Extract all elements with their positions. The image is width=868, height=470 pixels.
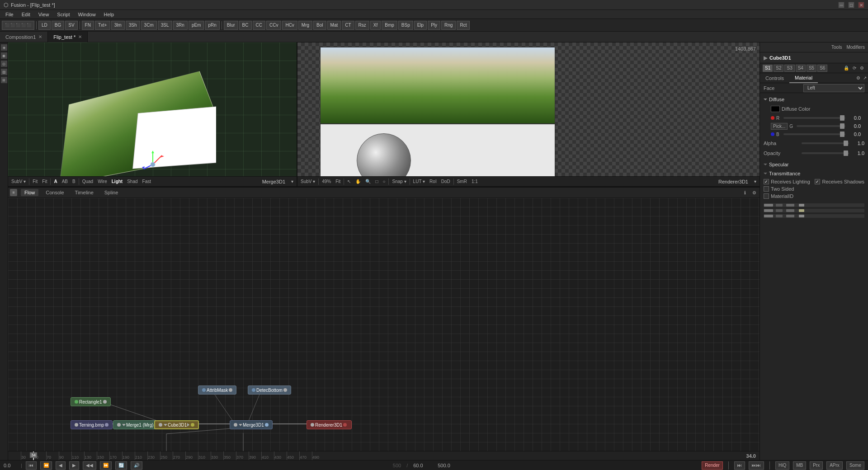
tab-flow[interactable]: Flow bbox=[21, 189, 38, 196]
vpr-lut[interactable]: LUT ▾ bbox=[412, 179, 427, 184]
pb-prev-frame[interactable]: ⏪ bbox=[40, 461, 52, 470]
vp-a[interactable]: A bbox=[52, 179, 58, 184]
tab-flip-close[interactable]: ✕ bbox=[78, 34, 82, 39]
toolbar-ct[interactable]: CT bbox=[342, 21, 354, 30]
toolbar-3sh[interactable]: 3Sh bbox=[126, 21, 140, 30]
tab-flip-test[interactable]: Flip_test * ✕ bbox=[48, 32, 88, 42]
pb-skip-start[interactable]: ⏮ bbox=[26, 461, 37, 470]
vpr-smr[interactable]: SmR bbox=[456, 179, 468, 184]
vpr-zoom[interactable]: 🔍 bbox=[364, 179, 372, 184]
toolbar-ply[interactable]: Ply bbox=[428, 21, 440, 30]
toolbar-xf[interactable]: Xf bbox=[370, 21, 381, 30]
vp-wire[interactable]: Wire bbox=[96, 179, 108, 184]
material-id-checkbox[interactable] bbox=[764, 193, 769, 199]
node-detecbottom[interactable]: DetecBottom bbox=[248, 385, 291, 395]
shader-s2[interactable]: S2 bbox=[774, 65, 783, 72]
toolbar-rct[interactable]: Rct bbox=[457, 21, 470, 30]
node-renderer3d1[interactable]: Renderer3D1 bbox=[307, 420, 352, 429]
node-area[interactable]: AttribMask DetecBottom Rectangle1 bbox=[8, 198, 760, 451]
panel-tab-settings[interactable]: ⚙ bbox=[855, 75, 862, 81]
toolbar-3rn[interactable]: 3Rn bbox=[173, 21, 188, 30]
sidebar-icon-1[interactable]: ◈ bbox=[1, 44, 7, 51]
section-specular-header[interactable]: Specular bbox=[762, 160, 866, 169]
toolbar-icons[interactable]: ⬛ ⬛ ⬛ ⬛ ⬛ bbox=[2, 21, 34, 30]
toolbar-mrg[interactable]: Mrg bbox=[298, 21, 312, 30]
menu-script[interactable]: Script bbox=[53, 11, 73, 18]
panel-tab-expand[interactable]: ↗ bbox=[862, 75, 868, 81]
vpr-fit[interactable]: Fit bbox=[334, 179, 342, 184]
toolbar-3cm[interactable]: 3Cm bbox=[141, 21, 157, 30]
pb-aprx[interactable]: APrx bbox=[826, 461, 843, 470]
toolbar-bmp[interactable]: Bmp bbox=[382, 21, 397, 30]
pb-skip-jump[interactable]: ⏭⏭ bbox=[749, 461, 764, 470]
menu-window[interactable]: Window bbox=[74, 11, 99, 18]
two-sided-checkbox[interactable] bbox=[764, 186, 769, 192]
toolbar-bol[interactable]: Bol bbox=[313, 21, 326, 30]
pb-step-back[interactable]: ◀ bbox=[56, 461, 66, 470]
toolbar-bc[interactable]: BC bbox=[239, 21, 252, 30]
vpr-expand[interactable]: ▾ bbox=[753, 179, 758, 184]
sidebar-icon-3[interactable]: ◎ bbox=[1, 61, 7, 67]
tab-console[interactable]: Console bbox=[42, 189, 67, 196]
vpr-dod[interactable]: DoD bbox=[440, 179, 452, 184]
menu-file[interactable]: File bbox=[2, 11, 17, 18]
toolbar-sv[interactable]: SV bbox=[65, 21, 77, 30]
vpr-pointer[interactable]: ↖ bbox=[346, 179, 352, 184]
viewport-left-3d[interactable]: Perspective SubV ▾ Fit Fit A AB B Quad W… bbox=[8, 42, 297, 186]
vp-fast[interactable]: Fast bbox=[141, 179, 152, 184]
shader-s4[interactable]: S4 bbox=[796, 65, 806, 72]
node-terning1[interactable]: Terning.bmp bbox=[71, 420, 113, 429]
pb-play-reverse[interactable]: ◀◀ bbox=[83, 461, 96, 470]
g-slider[interactable] bbox=[797, 125, 845, 127]
sidebar-icon-2[interactable]: ◉ bbox=[1, 52, 7, 59]
vpr-1-1[interactable]: 1:1 bbox=[470, 179, 479, 184]
pb-loop[interactable]: 🔄 bbox=[115, 461, 127, 470]
vp-fit2[interactable]: Fit bbox=[41, 179, 48, 184]
toolbar-3lm[interactable]: 3lm bbox=[111, 21, 125, 30]
toolbar-rng[interactable]: Rng bbox=[441, 21, 456, 30]
pb-prx[interactable]: Prx bbox=[810, 461, 823, 470]
vp-subv[interactable]: SubV ▾ bbox=[10, 179, 27, 184]
receives-lighting-checkbox[interactable]: ✓ bbox=[764, 179, 769, 184]
vp-shad[interactable]: Shad bbox=[126, 179, 139, 184]
toolbar-3sl[interactable]: 3SL bbox=[158, 21, 172, 30]
vpr-subv[interactable]: SubV ▾ bbox=[299, 179, 316, 184]
panel-tab-controls[interactable]: Controls bbox=[760, 73, 789, 83]
toolbar-elp[interactable]: Elp bbox=[414, 21, 427, 30]
toolbar-hcv[interactable]: HCv bbox=[282, 21, 297, 30]
pb-play[interactable]: ▶ bbox=[69, 461, 79, 470]
section-transmittance-header[interactable]: Transmittance bbox=[762, 169, 866, 178]
toolbar-blur[interactable]: Blur bbox=[224, 21, 238, 30]
viewport-right-render[interactable]: 1403,867 513,213 SubV ▾ 49% Fit ↖ ✋ 🔍 □ … bbox=[297, 42, 760, 186]
toolbar-bg[interactable]: BG bbox=[52, 21, 64, 30]
toolbar-fn[interactable]: FN bbox=[82, 21, 94, 30]
pick-button[interactable]: Pick... bbox=[771, 123, 788, 130]
pb-mb[interactable]: MB bbox=[793, 461, 806, 470]
toolbar-rsz[interactable]: Rsz bbox=[355, 21, 369, 30]
shader-s5[interactable]: S5 bbox=[807, 65, 816, 72]
toolbar-ld[interactable]: LD bbox=[38, 21, 51, 30]
tab-timeline[interactable]: Timeline bbox=[71, 189, 97, 196]
receives-shadows-checkbox[interactable]: ✓ bbox=[815, 179, 820, 184]
section-diffuse-header[interactable]: Diffuse bbox=[762, 95, 866, 104]
panel-modifiers-btn[interactable]: Modifiers bbox=[845, 44, 866, 50]
alpha-slider[interactable] bbox=[802, 142, 849, 144]
opacity-slider[interactable] bbox=[802, 152, 849, 154]
toolbar-cc[interactable]: CC bbox=[253, 21, 265, 30]
tab-composition1[interactable]: Composition1 ✕ bbox=[0, 32, 48, 42]
tab-comp1-close[interactable]: ✕ bbox=[38, 34, 42, 39]
pb-audio[interactable]: 🔊 bbox=[131, 461, 142, 470]
sidebar-icon-5[interactable]: ⊞ bbox=[1, 77, 7, 83]
flow-info[interactable]: ℹ bbox=[743, 190, 747, 196]
node-cube3d1[interactable]: Cube3D1 bbox=[154, 420, 199, 429]
vpr-circle[interactable]: ○ bbox=[381, 179, 387, 184]
flow-settings[interactable]: ⚙ bbox=[751, 190, 758, 196]
vp-left-expand[interactable]: ▾ bbox=[290, 179, 295, 184]
menu-view[interactable]: View bbox=[35, 11, 53, 18]
toolbar-bsp[interactable]: BSp bbox=[398, 21, 413, 30]
maximize-button[interactable]: □ bbox=[848, 2, 854, 8]
vpr-roi[interactable]: RoI bbox=[428, 179, 438, 184]
render-button[interactable]: Render bbox=[702, 461, 723, 470]
vp-b[interactable]: B bbox=[71, 179, 77, 184]
vp-light[interactable]: Light bbox=[110, 179, 124, 184]
